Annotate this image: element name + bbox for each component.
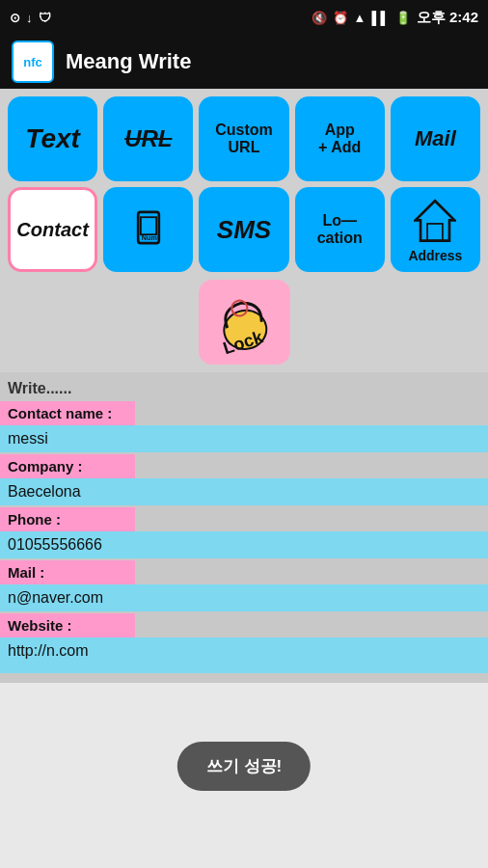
nfc-btn-lock[interactable]: Lock	[199, 280, 290, 365]
app-logo: nfc	[12, 41, 54, 83]
nfc-btn-custom-url[interactable]: CustomURL	[199, 96, 288, 181]
alarm-icon: ⏰	[333, 11, 348, 25]
nfc-btn-address[interactable]: Address Address	[391, 187, 480, 272]
nfc-btn-mail[interactable]: Mail	[391, 96, 480, 181]
house-icon: Address	[414, 196, 456, 244]
nfc-btn-url[interactable]: URL	[103, 96, 193, 181]
value-phone[interactable]: 01055556666	[0, 531, 488, 558]
label-company: Company :	[0, 454, 135, 478]
nfc-btn-location[interactable]: Lo—cation	[295, 187, 385, 272]
status-bar-right: 🔇 ⏰ ▲ ▌▌ 🔋 오후 2:42	[312, 9, 479, 27]
nfc-btn-app-add[interactable]: App+ Add	[295, 96, 385, 181]
label-website: Website :	[0, 613, 135, 637]
svg-text:Num: Num	[142, 233, 157, 242]
nfc-btn-text[interactable]: Text	[8, 96, 97, 181]
write-success-button[interactable]: 쓰기 성공!	[177, 742, 311, 791]
form-row-company: Company : Baecelona	[0, 454, 488, 505]
form-row-phone: Phone : 01055556666	[0, 507, 488, 558]
form-row-website: Website : http://n.com	[0, 613, 488, 673]
value-company[interactable]: Baecelona	[0, 478, 488, 505]
nfc-grid-row2: Contact Num SMS Lo—cation Address Addres…	[0, 184, 488, 280]
nfc-btn-num[interactable]: Num	[103, 187, 193, 272]
shield-icon: 🛡	[39, 11, 51, 25]
nfc-btn-sms[interactable]: SMS	[199, 187, 288, 272]
svg-rect-1	[141, 217, 156, 234]
app-title: Meang Write	[66, 49, 191, 74]
lock-icon: Lock	[199, 275, 288, 365]
nfc-btn-contact[interactable]: Contact	[8, 187, 97, 272]
lock-label: Lock	[199, 275, 289, 369]
battery-icon: 🔋	[395, 11, 411, 25]
value-website[interactable]: http://n.com	[0, 637, 488, 673]
title-bar: nfc Meang Write	[0, 35, 488, 89]
value-contact-name[interactable]: messi	[0, 425, 488, 452]
nfc-grid-row1: Text URL CustomURL App+ Add Mail	[0, 89, 488, 184]
u-icon: ⊙	[10, 11, 20, 25]
download-icon: ↓	[26, 11, 33, 25]
label-phone: Phone :	[0, 507, 135, 531]
svg-marker-3	[416, 201, 454, 240]
mute-icon: 🔇	[312, 11, 327, 25]
phone-icon: Num	[131, 210, 166, 245]
wifi-icon: ▲	[354, 11, 366, 25]
value-mail[interactable]: n@naver.com	[0, 584, 488, 611]
label-contact-name: Contact name :	[0, 401, 135, 425]
status-bar: ⊙ ↓ 🛡 🔇 ⏰ ▲ ▌▌ 🔋 오후 2:42	[0, 0, 488, 35]
lock-row: Lock	[0, 280, 488, 372]
signal-icon: ▌▌	[371, 11, 389, 25]
form-area: Write...... Contact name : messi Company…	[0, 372, 488, 683]
svg-rect-4	[427, 224, 443, 241]
status-time: 오후 2:42	[417, 9, 478, 27]
form-row-mail: Mail : n@naver.com	[0, 560, 488, 611]
label-mail: Mail :	[0, 560, 135, 584]
section-title: Write......	[0, 372, 488, 401]
status-bar-left: ⊙ ↓ 🛡	[10, 11, 51, 25]
form-row-contact-name: Contact name : messi	[0, 401, 488, 452]
